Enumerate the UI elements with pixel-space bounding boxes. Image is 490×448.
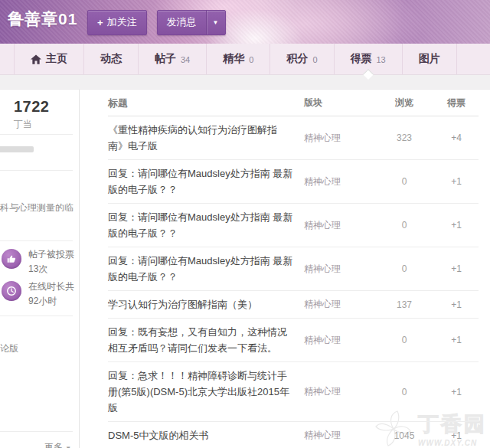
stat-online-hours: 在线时长共 92小时 — [2, 280, 74, 309]
col-votes: 得票 — [434, 96, 479, 110]
table-header: 标题 版块 浏览 得票 — [108, 90, 479, 116]
tab-essence-label: 精华 — [223, 52, 244, 66]
tab-pictures[interactable]: 图片 — [402, 44, 457, 74]
post-votes: +1 — [434, 263, 479, 274]
post-title-link[interactable]: 回复：请问哪位有Maudsley处方指南 最新版的电子版？？ — [108, 165, 304, 198]
tab-home-label: 主页 — [46, 52, 67, 66]
tab-points-label: 积分 — [286, 52, 308, 66]
follow-button[interactable]: + 加关注 — [87, 10, 147, 35]
sidebar-divider — [0, 316, 73, 316]
clock-icon — [2, 281, 21, 301]
home-icon — [31, 54, 41, 64]
post-title-link[interactable]: 回复：急求！！！精神障碍诊断与统计手册(第5版)(DSM-5)北京大学出版社20… — [108, 368, 304, 416]
send-message-label: 发消息 — [167, 15, 197, 29]
post-board: 精神心理 — [304, 385, 374, 398]
send-message-button-group: 发消息 ▼ — [157, 10, 226, 35]
table-row[interactable]: 回复：既有妄想，又有自知力，这种情况相互矛盾吗？请同仁们发表一下看法。 精神心理… — [108, 319, 479, 362]
table-row[interactable]: 回复：急求！！！精神障碍诊断与统计手册(第5版)(DSM-5)北京大学出版社20… — [108, 362, 479, 422]
level-progress-bar — [0, 146, 34, 152]
post-votes: +1 — [434, 176, 479, 187]
sidebar-divider — [0, 240, 73, 241]
chevron-down-icon: ▼ — [213, 19, 219, 26]
post-title-link[interactable]: 回复：请问哪位有Maudsley处方指南 最新版的电子版？？ — [108, 253, 304, 285]
stat-online-hours-line1: 在线时长共 — [28, 280, 74, 294]
post-views: 137 — [374, 299, 434, 310]
post-views: 0 — [374, 387, 434, 397]
stat-posts-voted-line2: 13次 — [28, 262, 74, 276]
profile-sidebar: 1722 丁当 科与心理测量的临 帖子被投票 13次 在线时长共 92小时 — [0, 90, 80, 448]
more-label: 更多 — [44, 442, 63, 448]
post-board: 精神心理 — [304, 263, 374, 276]
post-votes: +1 — [434, 335, 479, 345]
post-views: 1045 — [374, 430, 434, 441]
nav-shadow-strip — [0, 74, 490, 90]
post-votes: +1 — [434, 387, 479, 397]
post-votes: +1 — [434, 220, 479, 231]
post-votes: +1 — [434, 299, 479, 310]
col-views: 浏览 — [374, 96, 434, 110]
score-value: 1722 — [14, 98, 50, 116]
sidebar-divider — [0, 431, 73, 432]
post-votes: +1 — [434, 430, 479, 441]
post-board: 精神心理 — [304, 132, 374, 145]
post-views: 0 — [374, 176, 434, 187]
send-message-button[interactable]: 发消息 — [158, 11, 206, 34]
tab-votes[interactable]: 得票 13 — [334, 44, 402, 74]
tab-activity[interactable]: 动态 — [83, 44, 138, 74]
sidebar-divider — [0, 170, 73, 171]
col-title: 标题 — [108, 95, 304, 111]
tab-points-count: 0 — [312, 55, 317, 64]
table-row[interactable]: 回复：请问哪位有Maudsley处方指南 最新版的电子版？？ 精神心理 0 +1 — [108, 204, 479, 247]
tab-points[interactable]: 积分 0 — [270, 44, 333, 74]
profile-username: 鲁善章01 — [8, 8, 77, 30]
profile-nav: 主页 动态 帖子 34 精华 0 积分 0 得票 13 图片 — [0, 44, 490, 74]
votes-table: 标题 版块 浏览 得票 《重性精神疾病的认知行为治疗图解指南》电子版 精神心理 … — [80, 90, 490, 448]
tab-home[interactable]: 主页 — [14, 44, 83, 74]
post-views: 0 — [374, 220, 434, 231]
table-row[interactable]: 学习认知行为治疗图解指南（美） 精神心理 137 +1 — [108, 291, 479, 319]
tab-essence[interactable]: 精华 0 — [206, 44, 270, 74]
follow-button-label: 加关注 — [107, 15, 137, 29]
tab-essence-count: 0 — [249, 55, 253, 64]
sidebar-divider — [0, 134, 73, 135]
tab-votes-label: 得票 — [351, 52, 372, 66]
post-views: 0 — [374, 263, 434, 274]
post-board: 精神心理 — [304, 334, 374, 347]
thumbs-up-icon — [2, 249, 21, 269]
tab-posts[interactable]: 帖子 34 — [138, 44, 206, 74]
plus-icon: + — [97, 17, 103, 28]
post-board: 精神心理 — [304, 219, 374, 232]
post-views: 323 — [374, 132, 434, 143]
post-title-link[interactable]: 回复：既有妄想，又有自知力，这种情况相互矛盾吗？请同仁们发表一下看法。 — [108, 324, 304, 356]
post-title-link[interactable]: 回复：请问哪位有Maudsley处方指南 最新版的电子版？？ — [108, 209, 304, 241]
post-board: 精神心理 — [304, 175, 374, 188]
table-row[interactable]: 《重性精神疾病的认知行为治疗图解指南》电子版 精神心理 323 +4 — [108, 116, 479, 160]
message-dropdown-button[interactable]: ▼ — [206, 11, 225, 34]
tab-posts-count: 34 — [181, 55, 190, 64]
col-board: 版块 — [304, 96, 374, 110]
sidebar-more-link[interactable]: 更多 ▼ — [44, 441, 71, 448]
post-board: 精神心理 — [304, 298, 374, 311]
clipped-board-text: 论版 — [0, 342, 18, 355]
clipped-signature-text: 科与心理测量的临 — [0, 201, 74, 214]
tab-votes-count: 13 — [377, 55, 386, 64]
table-row[interactable]: 回复：请问哪位有Maudsley处方指南 最新版的电子版？？ 精神心理 0 +1 — [108, 160, 479, 204]
post-title-link[interactable]: DSM-5中文版的相关书 — [108, 427, 304, 443]
tab-activity-label: 动态 — [100, 52, 122, 66]
dingdang-score: 1722 丁当 — [14, 98, 50, 131]
post-votes: +4 — [434, 132, 479, 143]
chevron-down-icon: ▼ — [65, 445, 71, 448]
table-row[interactable]: 回复：请问哪位有Maudsley处方指南 最新版的电子版？？ 精神心理 0 +1 — [108, 247, 479, 291]
stat-posts-voted-line1: 帖子被投票 — [28, 247, 74, 262]
post-title-link[interactable]: 《重性精神疾病的认知行为治疗图解指南》电子版 — [108, 122, 304, 154]
tab-pictures-label: 图片 — [419, 52, 440, 66]
post-views: 0 — [374, 335, 434, 345]
table-row[interactable]: DSM-5中文版的相关书 精神心理 1045 +1 — [108, 422, 479, 448]
post-title-link[interactable]: 学习认知行为治疗图解指南（美） — [108, 296, 304, 312]
post-board: 精神心理 — [304, 429, 374, 442]
stat-online-hours-line2: 92小时 — [28, 294, 74, 309]
profile-banner: 鲁善章01 + 加关注 发消息 ▼ — [0, 0, 490, 44]
tab-posts-label: 帖子 — [155, 52, 176, 66]
score-label: 丁当 — [14, 118, 50, 131]
stat-posts-voted: 帖子被投票 13次 — [2, 247, 74, 276]
